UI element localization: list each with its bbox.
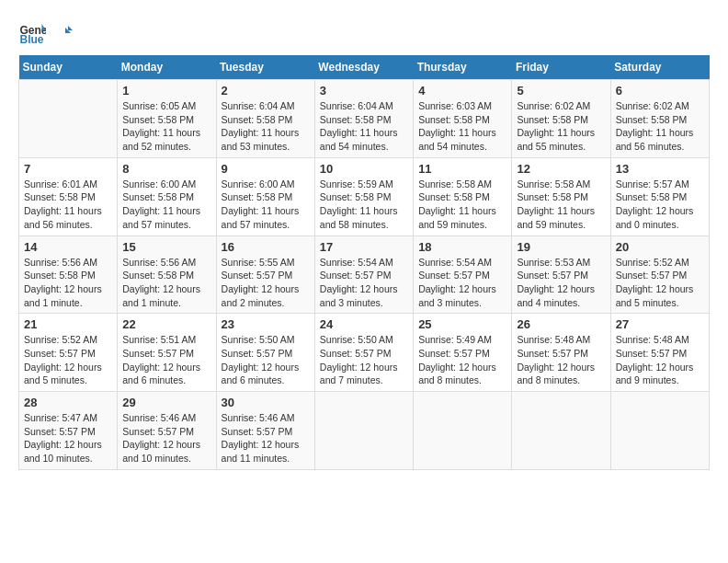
calendar-day-cell [512,392,610,470]
day-of-week-header: Friday [512,55,610,80]
day-number: 15 [122,240,210,254]
day-info: Sunrise: 5:46 AM Sunset: 5:57 PM Dayligh… [222,411,310,465]
calendar-day-cell: 7Sunrise: 6:01 AM Sunset: 5:58 PM Daylig… [19,157,118,236]
day-number: 27 [616,317,704,331]
day-info: Sunrise: 5:57 AM Sunset: 5:58 PM Dayligh… [616,178,704,232]
day-number: 9 [222,162,310,176]
calendar-day-cell: 28Sunrise: 5:47 AM Sunset: 5:57 PM Dayli… [19,392,118,470]
day-number: 19 [517,240,605,254]
day-info: Sunrise: 5:54 AM Sunset: 5:57 PM Dayligh… [418,256,506,310]
calendar-week-row: 14Sunrise: 5:56 AM Sunset: 5:58 PM Dayli… [19,236,710,314]
calendar-day-cell: 18Sunrise: 5:54 AM Sunset: 5:57 PM Dayli… [414,236,512,314]
calendar-day-cell: 9Sunrise: 6:00 AM Sunset: 5:58 PM Daylig… [216,157,314,236]
day-number: 1 [122,84,210,98]
calendar-day-cell: 5Sunrise: 6:02 AM Sunset: 5:58 PM Daylig… [512,80,610,158]
day-number: 10 [320,162,408,176]
calendar-day-cell [414,392,512,470]
day-number: 29 [122,396,210,409]
day-info: Sunrise: 5:59 AM Sunset: 5:58 PM Dayligh… [320,178,408,232]
day-number: 12 [517,162,605,176]
day-info: Sunrise: 5:53 AM Sunset: 5:57 PM Dayligh… [517,256,605,310]
day-number: 14 [24,240,112,254]
calendar-day-cell: 15Sunrise: 5:56 AM Sunset: 5:58 PM Dayli… [118,236,216,314]
day-info: Sunrise: 6:05 AM Sunset: 5:58 PM Dayligh… [122,99,210,154]
calendar-day-cell: 4Sunrise: 6:03 AM Sunset: 5:58 PM Daylig… [414,80,512,158]
calendar-day-cell: 20Sunrise: 5:52 AM Sunset: 5:57 PM Dayli… [610,236,709,314]
day-number: 13 [616,162,704,176]
calendar-day-cell: 26Sunrise: 5:48 AM Sunset: 5:57 PM Dayli… [512,314,610,392]
page-header: General Blue [18,18,710,46]
calendar-day-cell: 10Sunrise: 5:59 AM Sunset: 5:58 PM Dayli… [314,157,413,236]
day-info: Sunrise: 5:56 AM Sunset: 5:58 PM Dayligh… [122,256,210,310]
calendar-day-cell: 2Sunrise: 6:04 AM Sunset: 5:58 PM Daylig… [216,80,314,158]
calendar-day-cell [19,80,118,158]
day-info: Sunrise: 6:04 AM Sunset: 5:58 PM Dayligh… [222,99,310,154]
day-info: Sunrise: 6:00 AM Sunset: 5:58 PM Dayligh… [122,178,210,232]
calendar-day-cell: 30Sunrise: 5:46 AM Sunset: 5:57 PM Dayli… [216,392,314,470]
day-number: 7 [24,162,112,176]
day-number: 20 [616,240,704,254]
day-info: Sunrise: 5:56 AM Sunset: 5:58 PM Dayligh… [24,256,112,310]
day-of-week-header: Wednesday [314,55,413,80]
calendar-week-row: 28Sunrise: 5:47 AM Sunset: 5:57 PM Dayli… [19,392,710,470]
day-info: Sunrise: 5:58 AM Sunset: 5:58 PM Dayligh… [517,178,605,232]
day-of-week-header: Saturday [610,55,709,80]
day-info: Sunrise: 5:58 AM Sunset: 5:58 PM Dayligh… [418,178,506,232]
calendar-table: SundayMondayTuesdayWednesdayThursdayFrid… [18,55,710,470]
day-info: Sunrise: 6:04 AM Sunset: 5:58 PM Dayligh… [320,99,408,154]
day-info: Sunrise: 5:50 AM Sunset: 5:57 PM Dayligh… [222,333,310,387]
calendar-day-cell [314,392,413,470]
day-of-week-header: Sunday [19,55,118,80]
day-number: 8 [122,162,210,176]
day-info: Sunrise: 6:01 AM Sunset: 5:58 PM Dayligh… [24,178,112,232]
calendar-day-cell: 19Sunrise: 5:53 AM Sunset: 5:57 PM Dayli… [512,236,610,314]
calendar-week-row: 21Sunrise: 5:52 AM Sunset: 5:57 PM Dayli… [19,314,710,392]
day-info: Sunrise: 5:48 AM Sunset: 5:57 PM Dayligh… [616,333,704,387]
day-info: Sunrise: 5:55 AM Sunset: 5:57 PM Dayligh… [222,256,310,310]
svg-marker-4 [68,26,73,30]
day-number: 4 [418,84,506,98]
day-info: Sunrise: 5:48 AM Sunset: 5:57 PM Dayligh… [517,333,605,387]
calendar-day-cell: 23Sunrise: 5:50 AM Sunset: 5:57 PM Dayli… [216,314,314,392]
calendar-day-cell: 21Sunrise: 5:52 AM Sunset: 5:57 PM Dayli… [19,314,118,392]
day-number: 18 [418,240,506,254]
day-number: 26 [517,317,605,331]
day-number: 17 [320,240,408,254]
day-number: 6 [616,84,704,98]
day-info: Sunrise: 6:00 AM Sunset: 5:58 PM Dayligh… [222,178,310,232]
day-info: Sunrise: 5:54 AM Sunset: 5:57 PM Dayligh… [320,256,408,310]
day-number: 23 [222,317,310,331]
calendar-day-cell: 3Sunrise: 6:04 AM Sunset: 5:58 PM Daylig… [314,80,413,158]
calendar-day-cell: 27Sunrise: 5:48 AM Sunset: 5:57 PM Dayli… [610,314,709,392]
calendar-day-cell: 13Sunrise: 5:57 AM Sunset: 5:58 PM Dayli… [610,157,709,236]
day-info: Sunrise: 5:47 AM Sunset: 5:57 PM Dayligh… [24,411,112,465]
day-number: 30 [222,396,310,409]
day-number: 25 [418,317,506,331]
day-info: Sunrise: 6:03 AM Sunset: 5:58 PM Dayligh… [418,99,506,154]
day-number: 16 [222,240,310,254]
calendar-day-cell [610,392,709,470]
calendar-day-cell: 17Sunrise: 5:54 AM Sunset: 5:57 PM Dayli… [314,236,413,314]
logo-icon: General Blue [18,18,46,46]
calendar-day-cell: 14Sunrise: 5:56 AM Sunset: 5:58 PM Dayli… [19,236,118,314]
day-number: 24 [320,317,408,331]
day-info: Sunrise: 6:02 AM Sunset: 5:58 PM Dayligh… [517,99,605,154]
day-number: 28 [24,396,112,409]
logo: General Blue [18,18,73,46]
day-info: Sunrise: 5:52 AM Sunset: 5:57 PM Dayligh… [24,333,112,387]
calendar-week-row: 7Sunrise: 6:01 AM Sunset: 5:58 PM Daylig… [19,157,710,236]
day-of-week-header: Monday [118,55,216,80]
calendar-day-cell: 22Sunrise: 5:51 AM Sunset: 5:57 PM Dayli… [118,314,216,392]
calendar-day-cell: 29Sunrise: 5:46 AM Sunset: 5:57 PM Dayli… [118,392,216,470]
day-number: 5 [517,84,605,98]
day-number: 21 [24,317,112,331]
day-of-week-header: Thursday [414,55,512,80]
calendar-week-row: 1Sunrise: 6:05 AM Sunset: 5:58 PM Daylig… [19,80,710,158]
day-info: Sunrise: 5:52 AM Sunset: 5:57 PM Dayligh… [616,256,704,310]
calendar-day-cell: 1Sunrise: 6:05 AM Sunset: 5:58 PM Daylig… [118,80,216,158]
day-info: Sunrise: 5:49 AM Sunset: 5:57 PM Dayligh… [418,333,506,387]
calendar-day-cell: 16Sunrise: 5:55 AM Sunset: 5:57 PM Dayli… [216,236,314,314]
calendar-body: 1Sunrise: 6:05 AM Sunset: 5:58 PM Daylig… [19,80,710,470]
day-number: 11 [418,162,506,176]
day-number: 22 [122,317,210,331]
